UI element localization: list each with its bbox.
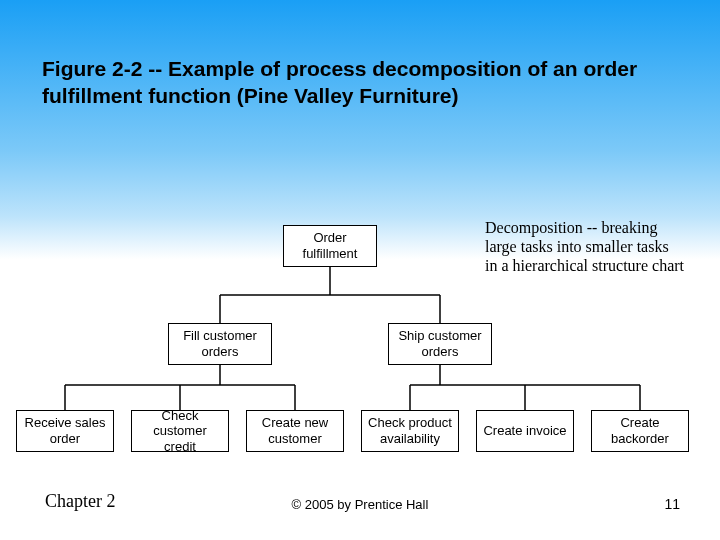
figure-title: Figure 2-2 -- Example of process decompo… bbox=[42, 55, 662, 110]
footer-copyright: © 2005 by Prentice Hall bbox=[0, 497, 720, 512]
node-leaf-4: Create invoice bbox=[476, 410, 574, 452]
slide: Figure 2-2 -- Example of process decompo… bbox=[0, 0, 720, 540]
node-root: Order fulfillment bbox=[283, 225, 377, 267]
node-leaf-3: Check product availability bbox=[361, 410, 459, 452]
node-leaf-0: Receive sales order bbox=[16, 410, 114, 452]
node-leaf-1: Check customer credit bbox=[131, 410, 229, 452]
node-leaf-5: Create backorder bbox=[591, 410, 689, 452]
node-mid-1: Ship customer orders bbox=[388, 323, 492, 365]
footer-page-number: 11 bbox=[664, 496, 680, 512]
node-mid-0: Fill customer orders bbox=[168, 323, 272, 365]
node-leaf-2: Create new customer bbox=[246, 410, 344, 452]
hierarchy-chart: Order fulfillment Fill customer orders S… bbox=[10, 225, 710, 475]
